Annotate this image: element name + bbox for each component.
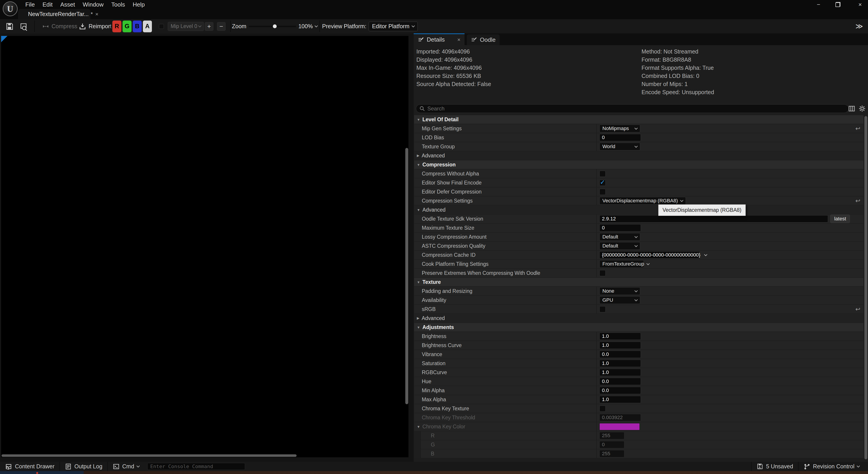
cook-platform-tiling-settings-dropdown[interactable]: FromTextureGroup [599,260,644,268]
reset-to-default-icon[interactable]: ↩ [855,197,860,204]
chroma-key-threshold-input[interactable]: 0.003922 [599,414,641,421]
content-drawer-button[interactable]: Content Drawer [0,462,59,471]
r-input[interactable]: 255 [599,432,624,439]
property-row-texture-group: Texture GroupWorld [414,142,864,151]
minimize-button[interactable]: − [815,1,822,8]
section-header-adjustments[interactable]: ▼Adjustments [414,323,864,332]
channel-button-a[interactable]: A [143,21,152,32]
channel-button-b[interactable]: B [133,21,142,32]
editor-defer-compression-checkbox[interactable] [599,189,606,195]
oodle-texture-sdk-version-input[interactable]: 2.9.12 [599,215,828,223]
info-line: Combined LOD Bias: 0 [642,72,714,80]
g-input[interactable]: 0 [599,441,624,448]
revision-control-button[interactable]: Revision Control [799,462,864,471]
mip-minus-button[interactable]: − [217,19,225,33]
save-icon[interactable] [5,22,13,31]
section-header-texture[interactable]: ▼Texture [414,278,864,286]
texture-group-dropdown[interactable]: World [599,143,640,150]
console-command-input[interactable] [147,463,245,470]
section-header-compression[interactable]: ▼Compression [414,160,864,169]
menu-item-window[interactable]: Window [79,0,107,9]
lod-bias-input[interactable]: 0 [599,134,641,141]
compress-button[interactable]: Compress [42,19,77,33]
reset-to-default-icon[interactable]: ↩ [855,306,860,313]
unreal-logo-icon[interactable]: U [3,1,18,16]
reset-to-default-icon[interactable]: ↩ [855,125,860,132]
brightness-input[interactable]: 1.0 [599,333,641,340]
preserve-extremes-when-compressing-with-oodle-checkbox[interactable] [599,270,606,276]
mip-level-checkbox[interactable] [159,19,164,33]
reimport-button[interactable]: Reimport [79,19,112,33]
mip-gen-settings-dropdown[interactable]: NoMipmaps [599,125,640,132]
display-filter-icon[interactable] [848,105,855,112]
saturation-input[interactable]: 1.0 [599,360,641,367]
rgbcurve-input[interactable]: 1.0 [599,369,641,376]
menu-item-file[interactable]: File [22,0,39,9]
viewport-horizontal-scrollbar[interactable] [2,454,297,457]
triangle-down-icon[interactable]: ▼ [417,425,420,429]
gear-icon[interactable] [859,105,866,112]
menu-item-edit[interactable]: Edit [39,0,57,9]
advanced-row[interactable]: ▶Advanced [414,151,864,160]
find-in-content-browser-icon[interactable] [20,22,29,31]
chevron-down-icon[interactable] [315,24,318,27]
advanced-row[interactable]: ▼Advanced [414,205,864,214]
channel-button-g[interactable]: G [123,21,131,32]
vibrance-input[interactable]: 0.0 [599,351,641,358]
latest-button[interactable]: latest [830,214,850,223]
tab-details[interactable]: Details × [414,33,465,45]
restore-button[interactable] [835,2,843,7]
toolbar-overflow-icon[interactable]: ≫ [856,22,863,31]
viewport-vertical-scrollbar[interactable] [405,148,408,404]
close-button[interactable]: × [856,1,864,8]
property-value: 0.003922 [597,413,864,422]
unsaved-button[interactable]: 5 Unsaved [752,462,798,471]
chevron-down-icon[interactable] [704,253,707,256]
menu-item-help[interactable]: Help [129,0,149,9]
property-label-text: Mip Gen Settings [422,126,462,132]
compression-settings-dropdown[interactable]: VectorDisplacementmap (RGBA8) [599,197,686,205]
property-label-text: Chroma Key Color [423,424,465,430]
editor-show-final-encode-checkbox[interactable]: ✓ [599,180,606,186]
mip-plus-button[interactable]: + [205,19,213,33]
search-box[interactable] [416,104,848,113]
advanced-row[interactable]: ▶Advanced [414,314,864,323]
zoom-slider-knob[interactable] [273,24,277,28]
max-alpha-input[interactable]: 1.0 [599,396,641,403]
brightness-curve-input[interactable]: 1.0 [599,342,641,349]
hue-input[interactable]: 0.0 [599,378,641,385]
compress-without-alpha-checkbox[interactable] [599,171,606,177]
chroma-key-color-swatch[interactable] [599,423,640,430]
property-label-text: Chroma Key Threshold [422,415,475,421]
srgb-checkbox[interactable] [599,306,606,312]
min-alpha-input[interactable]: 0.0 [599,387,641,394]
asset-tab-close-icon[interactable]: × [95,11,98,18]
asset-tab[interactable]: NewTextureRenderTar... * × [18,9,90,19]
mip-level-dropdown[interactable]: Mip Level 0 [168,19,204,33]
lossy-compression-amount-dropdown[interactable]: Default [599,233,640,241]
preview-platform-dropdown[interactable]: Editor Platform [369,22,418,31]
texture-viewport[interactable] [1,36,408,457]
menu-item-asset[interactable]: Asset [57,0,79,9]
maximum-texture-size-input[interactable]: 0 [599,224,641,232]
close-icon[interactable]: × [457,37,460,43]
output-log-button[interactable]: Output Log [60,462,107,471]
section-header-level-of-detail[interactable]: ▼Level Of Detail [414,115,864,124]
details-scrollbar[interactable] [864,116,867,459]
chroma-key-texture-checkbox[interactable] [599,406,606,412]
dropdown-value: World [602,144,615,149]
availability-dropdown[interactable]: GPU [599,296,640,304]
b-input[interactable]: 255 [599,450,624,457]
search-input[interactable] [428,105,845,112]
chevron-down-icon [634,289,638,292]
menu-item-tools[interactable]: Tools [107,0,129,9]
channel-button-r[interactable]: R [112,21,121,32]
details-search-row [416,104,848,113]
zoom-slider[interactable] [249,26,296,27]
property-row-max-alpha: Max Alpha1.0 [414,395,864,404]
tab-oodle[interactable]: Oodle [467,34,500,45]
cmd-dropdown[interactable]: Cmd [108,462,144,471]
compression-cache-id-input[interactable]: {00000000-0000-0000-0000-000000000000} [599,251,700,259]
padding-and-resizing-dropdown[interactable]: None [599,287,640,295]
astc-compression-quality-dropdown[interactable]: Default [599,242,640,250]
